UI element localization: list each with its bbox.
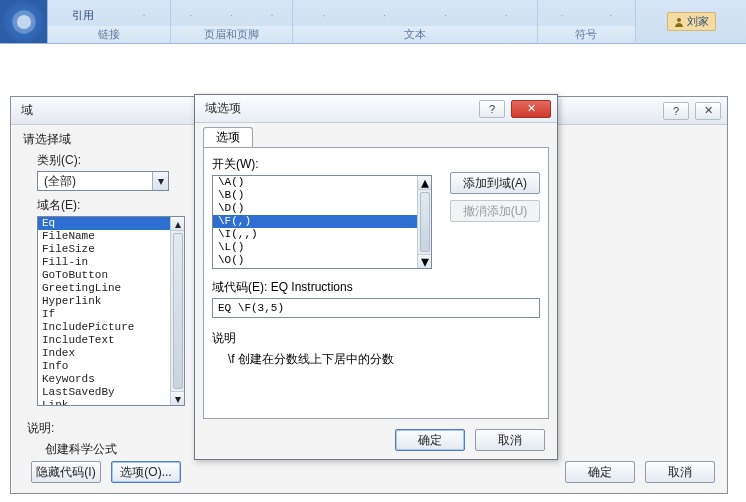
add-to-field-button[interactable]: 添加到域(A) [450, 172, 540, 194]
ribbon-group-links: 引用 · 链接 [48, 0, 171, 43]
category-combo[interactable]: (全部) ▾ [37, 171, 169, 191]
chevron-down-icon: ▾ [421, 252, 429, 269]
switch-item[interactable]: \F(,) [213, 215, 417, 228]
ribbon: 引用 · 链接 · · · 页眉和页脚 · · · · 文本 · · 符号 刘家 [0, 0, 746, 44]
fieldname-item[interactable]: Info [38, 360, 170, 373]
field-options-title: 域选项 [205, 100, 241, 117]
ribbon-placeholder: · [609, 9, 612, 21]
switch-item[interactable]: \A() [213, 176, 417, 189]
office-button[interactable] [0, 0, 48, 43]
close-icon: ✕ [527, 102, 536, 115]
fieldname-item[interactable]: If [38, 308, 170, 321]
user-name: 刘家 [687, 14, 709, 29]
ok-button[interactable]: 确定 [395, 429, 465, 451]
help-icon: ? [673, 105, 679, 117]
chevron-up-icon: ▴ [421, 175, 429, 192]
fieldname-item[interactable]: LastSavedBy [38, 386, 170, 399]
fieldname-item[interactable]: GoToButton [38, 269, 170, 282]
ok-button[interactable]: 确定 [565, 461, 635, 483]
fieldname-item[interactable]: Index [38, 347, 170, 360]
field-dialog-title: 域 [21, 102, 33, 119]
fieldname-item[interactable]: IncludePicture [38, 321, 170, 334]
fieldname-scrollbar[interactable]: ▴ ▾ [170, 217, 184, 405]
ribbon-group-text: · · · · 文本 [293, 0, 537, 43]
ribbon-placeholder: · [444, 9, 447, 21]
fieldname-item[interactable]: IncludeText [38, 334, 170, 347]
fieldname-items: Eq FileName FileSize Fill-in GoToButton … [38, 217, 170, 405]
ribbon-placeholder: · [142, 9, 145, 21]
chevron-up-icon: ▴ [175, 217, 181, 231]
fieldname-listbox[interactable]: Eq FileName FileSize Fill-in GoToButton … [37, 216, 185, 406]
combo-arrow[interactable]: ▾ [152, 172, 168, 190]
office-icon [10, 8, 38, 36]
switch-item[interactable]: \L() [213, 241, 417, 254]
ribbon-user: 刘家 [636, 0, 746, 43]
fieldcode-label: 域代码(E): EQ Instructions [212, 279, 540, 296]
ribbon-placeholder: · [560, 9, 563, 21]
ribbon-group-label: 文本 [293, 25, 536, 43]
switches-listbox[interactable]: \A() \B() \D() \F(,) \I(,,) \L() \O() \R… [212, 175, 432, 269]
ribbon-placeholder: · [322, 9, 325, 21]
options-desc-label: 说明 [212, 330, 540, 347]
ribbon-group-headerfooter: · · · 页眉和页脚 [171, 0, 294, 43]
ribbon-placeholder: · [189, 9, 192, 21]
ribbon-placeholder: · [505, 9, 508, 21]
switch-item[interactable]: \I(,,) [213, 228, 417, 241]
ribbon-placeholder: · [271, 9, 274, 21]
scroll-down-arrow[interactable]: ▾ [418, 254, 431, 268]
fieldname-item[interactable]: Keywords [38, 373, 170, 386]
scroll-up-arrow[interactable]: ▴ [171, 217, 184, 231]
ribbon-group-symbols: · · 符号 [538, 0, 636, 43]
close-button[interactable]: ✕ [511, 100, 551, 118]
switch-item[interactable]: \D() [213, 202, 417, 215]
scroll-thumb[interactable] [173, 233, 183, 389]
tab-row: 选项 [195, 123, 557, 147]
close-icon: ✕ [704, 104, 713, 117]
field-options-titlebar[interactable]: 域选项 ? ✕ [195, 95, 557, 123]
tab-options[interactable]: 选项 [203, 127, 253, 147]
switch-item[interactable]: \B() [213, 189, 417, 202]
options-desc-text: \f 创建在分数线上下居中的分数 [228, 351, 540, 368]
fieldname-item[interactable]: Link [38, 399, 170, 405]
fieldname-item[interactable]: Eq [38, 217, 170, 230]
help-button[interactable]: ? [479, 100, 505, 118]
ribbon-group-label: 链接 [48, 25, 170, 43]
category-value: (全部) [38, 173, 152, 190]
ribbon-group-label: 符号 [538, 25, 635, 43]
scroll-down-arrow[interactable]: ▾ [171, 391, 184, 405]
ribbon-placeholder: · [383, 9, 386, 21]
ribbon-item[interactable]: 引用 [72, 8, 94, 23]
switches-label: 开关(W): [212, 156, 540, 173]
cancel-button[interactable]: 取消 [475, 429, 545, 451]
workspace: 域 ? ✕ 请选择域 类别(C): (全部) ▾ 域名(E): Eq FileN… [0, 44, 746, 502]
fieldname-item[interactable]: FileSize [38, 243, 170, 256]
cancel-button[interactable]: 取消 [645, 461, 715, 483]
svg-point-1 [17, 15, 31, 29]
options-button[interactable]: 选项(O)... [111, 461, 181, 483]
user-badge[interactable]: 刘家 [667, 12, 716, 31]
switch-item[interactable]: \O() [213, 254, 417, 267]
user-icon [674, 17, 684, 27]
chevron-down-icon: ▾ [152, 174, 170, 188]
ribbon-placeholder: · [230, 9, 233, 21]
scroll-thumb[interactable] [420, 192, 430, 252]
field-options-dialog: 域选项 ? ✕ 选项 开关(W): \A() \B() \D() \F(,) \… [194, 94, 558, 460]
fieldname-item[interactable]: GreetingLine [38, 282, 170, 295]
fieldname-item[interactable]: FileName [38, 230, 170, 243]
fieldname-item[interactable]: Hyperlink [38, 295, 170, 308]
switch-item[interactable]: \R(,) [213, 267, 417, 269]
fieldcode-input[interactable] [212, 298, 540, 318]
scroll-up-arrow[interactable]: ▴ [418, 176, 431, 190]
tab-pane: 开关(W): \A() \B() \D() \F(,) \I(,,) \L() … [203, 147, 549, 419]
chevron-down-icon: ▾ [175, 392, 181, 406]
fieldname-item[interactable]: Fill-in [38, 256, 170, 269]
undo-add-button: 撤消添加(U) [450, 200, 540, 222]
ribbon-group-label: 页眉和页脚 [171, 25, 293, 43]
hide-code-button[interactable]: 隐藏代码(I) [31, 461, 101, 483]
help-button[interactable]: ? [663, 102, 689, 120]
close-button[interactable]: ✕ [695, 102, 721, 120]
svg-point-2 [677, 18, 681, 22]
switches-scrollbar[interactable]: ▴ ▾ [417, 176, 431, 268]
help-icon: ? [489, 103, 495, 115]
